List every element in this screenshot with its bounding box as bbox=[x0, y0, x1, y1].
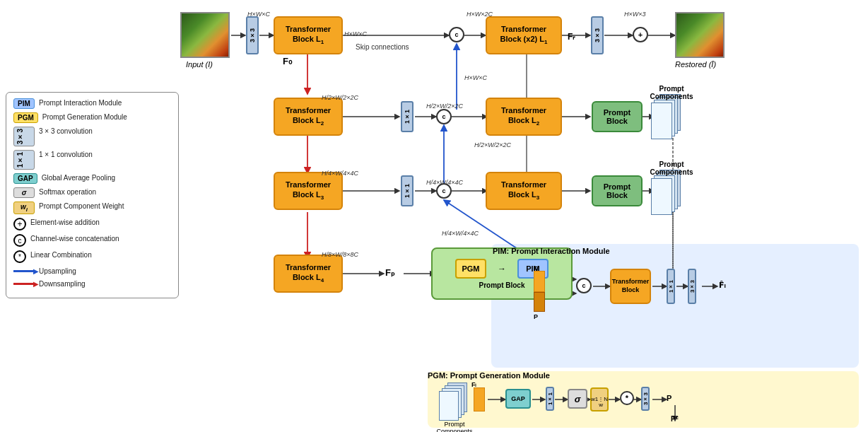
gap-badge: GAP bbox=[13, 173, 37, 184]
prompt-components-1 bbox=[651, 94, 683, 139]
wi-legend-text: Prompt Component Weight bbox=[39, 202, 124, 211]
legend-item-concat: c Channel-wise concatenation bbox=[13, 234, 171, 247]
pc-label: Pᶜ bbox=[671, 415, 679, 423]
gap-box: GAP bbox=[505, 389, 531, 409]
prompt-block-1-label: Prompt Block bbox=[593, 108, 641, 125]
legend-item-gap: GAP Global Average Pooling bbox=[13, 173, 171, 184]
transformer-block-L3-right: TransformerBlock L3 bbox=[486, 172, 562, 210]
sigma-badge: σ bbox=[13, 187, 35, 198]
f0-label: F₀ bbox=[283, 56, 292, 66]
legend-item-conv33: 3×3 3 × 3 convolution bbox=[13, 127, 171, 146]
linear-legend-text: Linear Combination bbox=[30, 250, 92, 259]
prompt-block-main: PGM → PIM Prompt Block bbox=[431, 247, 573, 300]
sigma-box-pgm: σ bbox=[568, 389, 587, 409]
conv33-legend-text: 3 × 3 convolution bbox=[39, 127, 93, 136]
conv33-pim: 3×3 bbox=[688, 269, 696, 304]
concat-circle-pim: c bbox=[576, 278, 592, 293]
prompt-components-2 bbox=[651, 170, 683, 215]
gap-legend-text: Global Average Pooling bbox=[42, 173, 115, 182]
prompt-block-2: Prompt Block bbox=[592, 175, 643, 206]
transformer-block-pim: TransformerBlock bbox=[610, 269, 651, 304]
fl-pim-label: Fₗ bbox=[534, 265, 539, 272]
prompt-components-pgm bbox=[439, 383, 471, 418]
legend-item-linear: * Linear Combination bbox=[13, 250, 171, 263]
legend-item-downsample: Downsampling bbox=[13, 279, 171, 288]
pgm-inner-box: PGM bbox=[455, 259, 486, 279]
fhat-label: F̂ₗ bbox=[719, 281, 726, 290]
transformer-block-L2-right: TransformerBlock L2 bbox=[486, 98, 562, 136]
prompt-block-1: Prompt Block bbox=[592, 101, 643, 132]
legend-item-upsample: Upsampling bbox=[13, 267, 171, 276]
star-circle-pgm: * bbox=[620, 391, 634, 405]
restored-label: Restored (Ī) bbox=[675, 60, 716, 69]
main-container: PIM Prompt Interaction Module PGM Prompt… bbox=[0, 0, 868, 432]
pim-badge: PIM bbox=[13, 98, 35, 109]
concat-circle-row2: c bbox=[436, 109, 452, 124]
pgm-badge: PGM bbox=[13, 112, 38, 123]
upsample-legend-text: Upsampling bbox=[39, 267, 76, 276]
arrow-pgm-pim: → bbox=[498, 264, 506, 274]
plus-legend-text: Element-wise addition bbox=[30, 218, 100, 227]
legend-item-pim: PIM Prompt Interaction Module bbox=[13, 98, 171, 109]
legend-item-wi: wi Prompt Component Weight bbox=[13, 202, 171, 214]
prompt-block-main-label: Prompt Block bbox=[479, 281, 524, 289]
prompt-components-label-1: Prompt Components bbox=[647, 85, 696, 100]
concat-badge: c bbox=[13, 234, 26, 247]
wi-badge: wi bbox=[13, 202, 35, 214]
p-bar-pim bbox=[534, 292, 545, 312]
fr-label: Fᵣ bbox=[568, 32, 575, 42]
conv33-right-row1: 3×3 bbox=[591, 16, 604, 54]
conv33-badge: 3×3 bbox=[13, 127, 35, 146]
dim-hwc-2: H×W×C bbox=[344, 30, 367, 37]
conv11-badge: 1×1 bbox=[13, 150, 35, 170]
pim-legend-text: Prompt Interaction Module bbox=[39, 98, 122, 107]
conv11-row2: 1×1 bbox=[401, 101, 414, 132]
conv11-pgm: 1×1 bbox=[546, 387, 554, 411]
fl-bar-pim bbox=[534, 271, 545, 292]
legend-item-pgm: PGM Prompt Generation Module bbox=[13, 112, 171, 123]
fp-label: Fₚ bbox=[385, 267, 395, 278]
conv11-row3: 1×1 bbox=[401, 175, 414, 206]
conv11-legend-text: 1 × 1 convolution bbox=[39, 150, 93, 159]
wi-box-pgm: w1⋮wN bbox=[590, 387, 609, 411]
transformer-block-L4: TransformerBlock L4 bbox=[274, 255, 343, 293]
dim-h8w8-8c: H/8×W/8×8C bbox=[322, 251, 358, 258]
legend-item-plus: + Element-wise addition bbox=[13, 218, 171, 230]
blue-arrow-icon bbox=[13, 270, 35, 272]
legend-item-sigma: σ Softmax operation bbox=[13, 187, 171, 198]
transformer-block-L1: TransformerBlock L1 bbox=[274, 16, 343, 54]
dim-hw3: H×W×3 bbox=[624, 11, 646, 18]
output-image bbox=[675, 12, 725, 58]
dim-h4w4-4c-1: H/4×W/4×4C bbox=[322, 170, 358, 177]
pim-section-title: PIM: Prompt Interaction Module bbox=[493, 247, 610, 255]
prompt-block-2-label: Prompt Block bbox=[593, 182, 641, 199]
dim-h2w2-2c-skip: H/2×W/2×2C bbox=[474, 141, 511, 148]
fl-bar-pgm bbox=[474, 387, 485, 411]
p-pgm-label: P bbox=[667, 394, 671, 402]
transformer-block-L3: TransformerBlock L3 bbox=[274, 172, 343, 210]
legend-panel: PIM Prompt Interaction Module PGM Prompt… bbox=[6, 92, 179, 298]
legend-item-conv11: 1×1 1 × 1 convolution bbox=[13, 150, 171, 170]
add-circle-row1: + bbox=[633, 27, 648, 42]
p-pim-label: P bbox=[534, 313, 538, 320]
diagram-area: Input (I) Restored (Ī) 3×3 TransformerBl… bbox=[180, 4, 864, 428]
dim-h4w4-4c-3: H/4×W/4×4C bbox=[442, 230, 479, 237]
prompt-components-label-2: Prompt Components bbox=[647, 160, 696, 176]
concat-circle-row3: c bbox=[436, 183, 452, 199]
prompt-components-pgm-label: Prompt Components bbox=[433, 421, 476, 432]
star-badge: * bbox=[13, 250, 26, 263]
red-arrow-icon bbox=[13, 283, 35, 285]
plus-badge: + bbox=[13, 218, 26, 230]
skip-connections-label: Skip connections bbox=[356, 43, 409, 51]
input-image bbox=[180, 12, 230, 58]
pgm-legend-text: Prompt Generation Module bbox=[42, 112, 127, 122]
conv11-pim: 1×1 bbox=[667, 269, 675, 304]
concat-legend-text: Channel-wise concatenation bbox=[30, 234, 119, 243]
transformer-block-L1x2: TransformerBlock (x2) L1 bbox=[486, 16, 562, 54]
sigma-legend-text: Softmax operation bbox=[39, 187, 96, 197]
dim-h2w2-2c-1: H/2×W/2×2C bbox=[322, 94, 358, 101]
fl-pgm-label: Fₗ bbox=[471, 381, 477, 388]
pgm-section-title: PGM: Prompt Generation Module bbox=[428, 371, 550, 380]
concat-circle-row1: c bbox=[449, 27, 464, 42]
conv33-pgm: 3×3 bbox=[641, 387, 650, 411]
